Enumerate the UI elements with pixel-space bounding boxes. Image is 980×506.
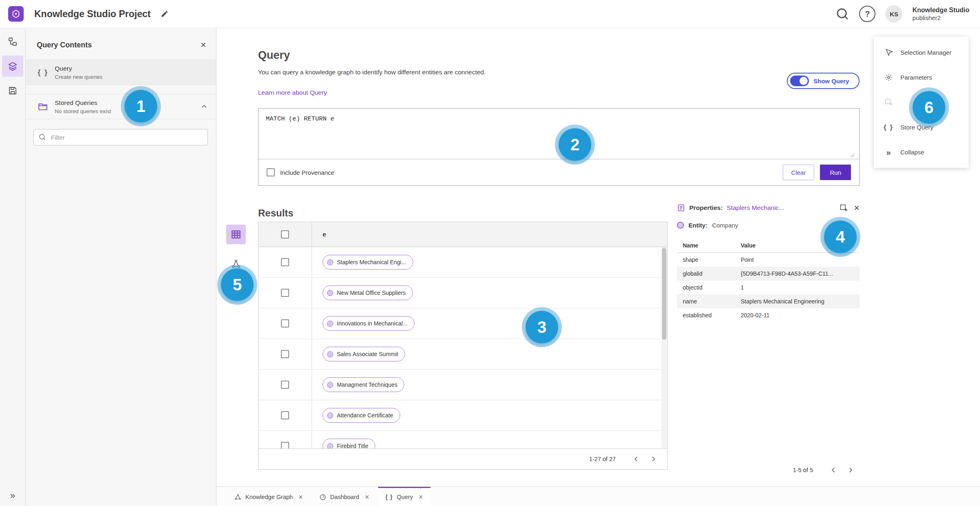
results-title: Results (258, 207, 294, 219)
account-menu[interactable]: Knowledge Studio publisher2 (912, 6, 969, 22)
sidebar-item-query[interactable]: { } Query Create new queries (25, 60, 216, 85)
item-sublabel: Create new queries (55, 74, 102, 80)
entity-dot-icon (327, 321, 333, 327)
properties-header: Properties: Staplers Mechanic... × (677, 203, 860, 213)
tab-label: Dashboard (330, 494, 359, 500)
help-icon[interactable]: ? (859, 6, 875, 22)
include-provenance-label: Include Provenance (280, 169, 334, 176)
resize-grip-icon[interactable] (850, 152, 858, 184)
entity-dot-icon (677, 222, 684, 229)
entity-pill[interactable]: Managment Techniques (323, 377, 404, 392)
row-checkbox[interactable] (281, 381, 289, 389)
next-page-icon[interactable] (646, 452, 661, 466)
properties-pagination: 1-5 of 5 (677, 463, 860, 477)
tab-knowledge-graph[interactable]: Knowledge Graph × (227, 487, 310, 506)
entity-dot-icon (327, 351, 333, 357)
property-name: name (677, 298, 741, 305)
entity-pill[interactable]: Sales Associate Summit (323, 347, 405, 361)
entity-pill[interactable]: Firebird Title (323, 439, 375, 448)
menu-item-selection-manager[interactable]: Selection Manager (874, 40, 969, 65)
entity-label: Entity: (688, 222, 708, 229)
scrollbar-track[interactable] (662, 247, 667, 448)
expand-rail-icon[interactable]: » (0, 490, 25, 501)
row-checkbox[interactable] (281, 258, 289, 266)
edit-title-icon[interactable] (160, 10, 169, 18)
property-row: established 2020-02-11 (677, 308, 860, 322)
include-provenance-checkbox[interactable] (267, 168, 275, 176)
tab-dashboard[interactable]: Dashboard × (312, 487, 376, 506)
results-scroll-area: e Staplers Mechanical Engi... New Metal … (258, 222, 667, 448)
row-checkbox[interactable] (281, 442, 289, 448)
results-view-toggles (226, 225, 246, 274)
properties-entity-link[interactable]: Staplers Mechanic... (727, 204, 832, 212)
annotation-badge-2: 2 (559, 128, 591, 161)
annotation-badge-5: 5 (221, 268, 254, 301)
entity-pill-label: Managment Techniques (337, 381, 397, 388)
entity-pill-label: Innovations in Mechanical... (337, 320, 408, 327)
table-view-icon[interactable] (226, 225, 246, 244)
entity-pill[interactable]: Attendance Certificate (323, 408, 400, 423)
property-name: established (677, 312, 741, 319)
braces-icon: { } (36, 68, 50, 77)
toggle-label: Show Query (813, 78, 849, 85)
sidebar-item-stored-queries[interactable]: Stored Queries No stored queries exist (25, 94, 216, 119)
entity-pill[interactable]: New Metal Office Suppliers (323, 285, 413, 300)
menu-item-parameters[interactable]: Parameters (874, 65, 969, 90)
properties-doc-icon (677, 204, 685, 212)
previous-page-icon[interactable] (629, 452, 644, 466)
selection-manager-icon (884, 48, 893, 57)
scrollbar-thumb[interactable] (662, 248, 666, 340)
entity-pill[interactable]: Staplers Mechanical Engi... (323, 255, 413, 270)
add-to-new-icon (884, 98, 893, 107)
save-icon[interactable] (2, 80, 23, 101)
property-value: Staplers Mechanical Engineering (741, 298, 860, 305)
avatar[interactable]: KS (885, 5, 902, 22)
entity-dot-icon (327, 412, 333, 419)
app-logo-icon[interactable] (8, 6, 24, 22)
add-to-new-icon[interactable] (840, 204, 848, 212)
property-name: globalid (677, 270, 741, 277)
close-properties-icon[interactable]: × (854, 203, 860, 213)
layers-icon[interactable] (2, 56, 23, 77)
run-button[interactable]: Run (820, 165, 851, 180)
top-bar: Knowledge Studio Project ? KS Knowledge … (0, 0, 980, 28)
data-model-icon[interactable] (2, 31, 23, 52)
tab-query[interactable]: { } Query × (378, 487, 430, 506)
row-checkbox[interactable] (281, 350, 289, 358)
chevron-up-icon[interactable] (200, 103, 208, 110)
menu-item-label: Collapse (900, 149, 924, 156)
table-row: Managment Techniques (258, 370, 667, 400)
select-all-checkbox[interactable] (281, 230, 289, 239)
entity-pill[interactable]: Innovations in Mechanical... (323, 316, 414, 331)
row-checkbox[interactable] (281, 411, 289, 419)
entity-dot-icon (327, 259, 333, 265)
show-query-toggle[interactable]: Show Query (787, 73, 860, 89)
filter-input[interactable] (33, 129, 208, 145)
item-label: Query (55, 65, 102, 72)
learn-more-link[interactable]: Learn more about Query (258, 89, 327, 96)
clear-button[interactable]: Clear (783, 165, 815, 180)
query-editor-input[interactable]: MATCH (e) RETURN e (258, 109, 859, 159)
row-checkbox[interactable] (281, 289, 289, 297)
menu-item-collapse[interactable]: » Collapse (874, 140, 969, 165)
entity-dot-icon (327, 443, 333, 449)
next-page-icon[interactable] (843, 463, 858, 477)
row-checkbox[interactable] (281, 319, 289, 328)
close-tab-icon[interactable]: × (365, 493, 370, 501)
close-tab-icon[interactable]: × (298, 493, 303, 501)
entity-pill-label: Sales Associate Summit (337, 351, 398, 357)
close-tab-icon[interactable]: × (419, 493, 423, 501)
property-row: objectid 1 (677, 281, 860, 294)
main-content: Query You can query a knowledge graph to… (216, 28, 980, 486)
item-sublabel: No stored queries exist (55, 108, 111, 114)
close-panel-icon[interactable]: × (200, 40, 206, 50)
properties-label: Properties: (689, 204, 723, 212)
panel-title: Query Contents (37, 41, 200, 49)
previous-page-icon[interactable] (826, 463, 841, 477)
braces-icon: { } (385, 494, 393, 500)
search-icon[interactable] (835, 7, 849, 21)
tab-label: Knowledge Graph (245, 494, 293, 500)
gear-icon (884, 73, 893, 82)
braces-icon: { } (884, 123, 893, 132)
entity-dot-icon (327, 290, 333, 296)
